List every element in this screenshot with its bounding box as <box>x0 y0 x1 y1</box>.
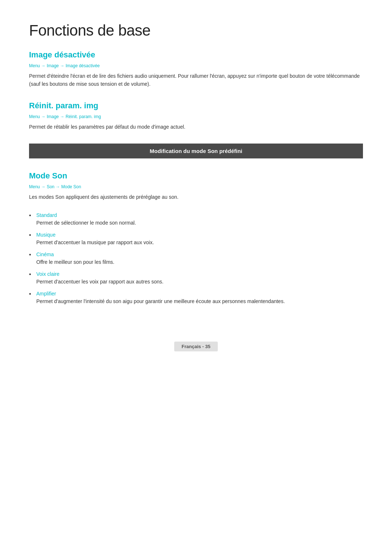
bullet-desc-1: Permet d'accentuer la musique par rappor… <box>36 239 154 245</box>
section-intro-mode-son: Les modes Son appliquent des ajustements… <box>29 193 363 201</box>
bullet-desc-2: Offre le meilleur son pour les films. <box>36 259 114 265</box>
list-item: AmplifierPermet d'augmenter l'intensité … <box>29 291 363 305</box>
list-item: StandardPermet de sélectionner le mode s… <box>29 212 363 227</box>
breadcrumb-mode-son: Menu → Son → Mode Son <box>29 184 363 189</box>
bullet-label-4: Amplifier <box>36 291 363 297</box>
bullet-label-2: Cinéma <box>36 251 363 257</box>
breadcrumb-image-desactivee: Menu → Image → Image désactivée <box>29 63 363 68</box>
bullet-label-0: Standard <box>36 212 363 218</box>
page-footer: Français - 35 <box>29 334 363 351</box>
bullet-label-3: Voix claire <box>36 271 363 277</box>
bullet-desc-3: Permet d'accentuer les voix par rapport … <box>36 279 164 285</box>
page-number: Français - 35 <box>174 342 218 351</box>
banner-modification-mode-son: Modification du mode Son prédéfini <box>29 144 363 158</box>
bullet-desc-4: Permet d'augmenter l'intensité du son ai… <box>36 298 285 304</box>
page-title: Fonctions de base <box>29 22 363 39</box>
breadcrumb-reinit: Menu → Image → Réinit. param. img <box>29 114 363 119</box>
section-body-image-desactivee: Permet d'éteindre l'écran et de lire des… <box>29 72 363 88</box>
section-heading-reinit: Réinit. param. img <box>29 101 363 110</box>
list-item: MusiquePermet d'accentuer la musique par… <box>29 232 363 246</box>
section-image-desactivee: Image désactivée Menu → Image → Image dé… <box>29 50 363 88</box>
section-body-reinit: Permet de rétablir les paramètres par dé… <box>29 123 363 131</box>
section-reinit: Réinit. param. img Menu → Image → Réinit… <box>29 101 363 131</box>
bullet-desc-0: Permet de sélectionner le mode son norma… <box>36 220 136 226</box>
list-item: CinémaOffre le meilleur son pour les fil… <box>29 251 363 266</box>
list-item: Voix clairePermet d'accentuer les voix p… <box>29 271 363 286</box>
bullet-label-1: Musique <box>36 232 363 238</box>
section-heading-image-desactivee: Image désactivée <box>29 50 363 60</box>
section-heading-mode-son: Mode Son <box>29 171 363 181</box>
mode-son-list: StandardPermet de sélectionner le mode s… <box>29 212 363 305</box>
section-mode-son: Mode Son Menu → Son → Mode Son Les modes… <box>29 171 363 305</box>
